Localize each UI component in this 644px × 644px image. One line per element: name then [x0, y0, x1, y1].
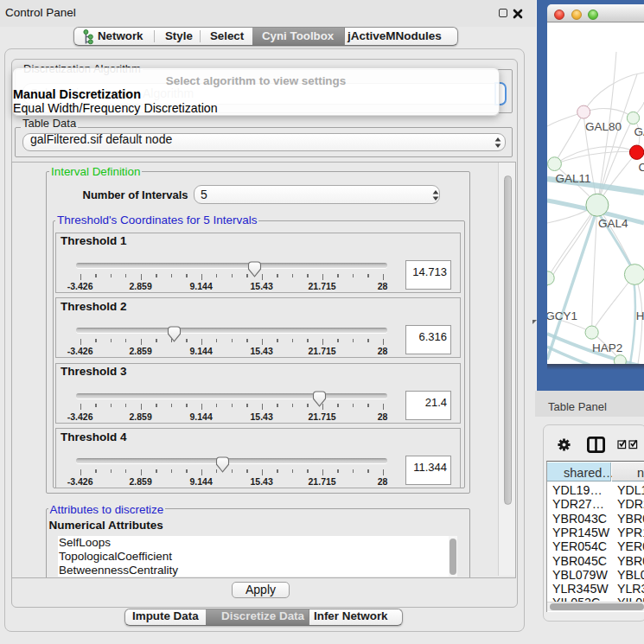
svg-text:GAL80: GAL80: [585, 120, 622, 133]
svg-text:GAL11: GAL11: [556, 172, 591, 185]
svg-text:HIS: HIS: [636, 309, 644, 322]
svg-text:GAL4: GAL4: [598, 217, 628, 230]
svg-text:GAL3: GAL3: [634, 125, 644, 138]
svg-text:HAP2: HAP2: [592, 341, 622, 354]
svg-text:GCY1: GCY1: [547, 309, 577, 322]
svg-text:CYC: CYC: [639, 161, 644, 174]
